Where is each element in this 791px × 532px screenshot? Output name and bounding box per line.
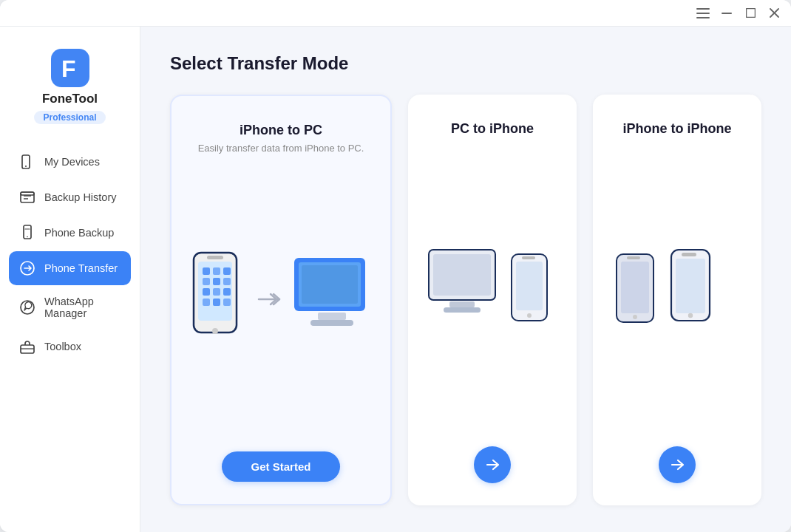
svg-rect-31 <box>223 288 231 296</box>
svg-rect-39 <box>318 313 346 320</box>
svg-rect-4 <box>746 9 755 18</box>
svg-rect-1 <box>696 13 710 14</box>
iphone-to-iphone-card: iPhone to iPhone <box>593 95 761 505</box>
pc-to-iphone-illustration <box>426 150 559 426</box>
svg-rect-25 <box>223 267 231 275</box>
menu-button[interactable] <box>696 7 710 20</box>
svg-rect-51 <box>621 262 649 313</box>
card-action <box>659 446 696 483</box>
iphone-to-iphone-arrow-button[interactable] <box>659 446 696 483</box>
svg-rect-44 <box>449 301 475 307</box>
svg-rect-3 <box>722 13 732 14</box>
card-title: PC to iPhone <box>451 121 534 137</box>
app-body: F FoneTool Professional My Devices <box>0 27 791 532</box>
sidebar-item-backup-history[interactable]: Backup History <box>9 180 131 214</box>
card-title: iPhone to iPhone <box>623 121 732 137</box>
svg-rect-11 <box>21 192 34 202</box>
phone-backup-icon <box>19 225 35 241</box>
close-button[interactable] <box>767 7 781 20</box>
card-action <box>474 446 511 483</box>
svg-point-18 <box>21 301 34 314</box>
card-top: iPhone to iPhone <box>611 121 744 137</box>
card-top: PC to iPhone <box>426 121 559 137</box>
card-subtitle: Easily transfer data from iPhone to PC. <box>198 143 364 154</box>
sidebar-item-toolbox[interactable]: Toolbox <box>9 330 131 364</box>
pc-to-iphone-svg <box>426 244 559 332</box>
transfer-icon <box>19 260 35 276</box>
svg-rect-53 <box>627 256 640 259</box>
svg-rect-36 <box>207 256 223 259</box>
monitor-svg <box>291 255 373 344</box>
svg-rect-27 <box>213 278 220 285</box>
main-content: Select Transfer Mode iPhone to PC Easily… <box>140 27 791 532</box>
sidebar-navigation: My Devices Backup History <box>0 145 140 517</box>
card-action: Get Started <box>222 451 341 482</box>
sidebar-item-label: Phone Backup <box>44 227 114 239</box>
pc-to-iphone-arrow-button[interactable] <box>474 446 511 483</box>
sidebar-item-my-devices[interactable]: My Devices <box>9 145 131 179</box>
svg-text:F: F <box>61 55 76 82</box>
svg-point-48 <box>527 313 532 318</box>
sidebar-item-whatsapp-manager[interactable]: WhatsApp Manager <box>9 287 131 328</box>
whatsapp-icon <box>19 299 35 316</box>
svg-point-10 <box>25 166 27 167</box>
sidebar-logo: F FoneTool Professional <box>0 41 140 145</box>
svg-point-52 <box>633 315 637 319</box>
svg-point-56 <box>688 313 693 317</box>
svg-point-35 <box>212 328 218 334</box>
arrows-icon <box>257 287 284 311</box>
svg-rect-33 <box>213 299 220 306</box>
card-title: iPhone to PC <box>240 123 322 138</box>
svg-rect-57 <box>682 253 696 256</box>
pc-to-iphone-card: PC to iPhone <box>408 95 577 505</box>
iphone-to-pc-illustration <box>189 167 373 431</box>
svg-point-16 <box>27 236 28 238</box>
svg-rect-40 <box>310 320 353 326</box>
sidebar: F FoneTool Professional My Devices <box>0 27 140 532</box>
svg-rect-55 <box>676 259 705 313</box>
app-window: F FoneTool Professional My Devices <box>0 0 791 532</box>
iphone-to-iphone-illustration <box>611 150 744 426</box>
minimize-button[interactable] <box>720 7 733 20</box>
backup-icon <box>19 189 35 205</box>
pro-badge: Professional <box>34 111 105 124</box>
svg-rect-0 <box>696 8 710 10</box>
svg-rect-14 <box>21 192 34 195</box>
sidebar-item-label: Phone Transfer <box>44 262 118 274</box>
sidebar-item-phone-transfer[interactable]: Phone Transfer <box>9 251 131 285</box>
sidebar-item-label: My Devices <box>44 156 100 168</box>
app-logo-icon: F <box>51 49 89 87</box>
svg-rect-34 <box>223 299 231 306</box>
svg-rect-49 <box>522 256 535 259</box>
transfer-mode-cards: iPhone to PC Easily transfer data from i… <box>170 95 761 505</box>
maximize-button[interactable] <box>744 7 757 20</box>
svg-rect-45 <box>444 307 481 313</box>
phone-svg <box>189 251 250 347</box>
svg-rect-24 <box>213 267 220 275</box>
svg-rect-47 <box>516 262 543 310</box>
svg-rect-41 <box>302 265 358 304</box>
card-top: iPhone to PC Easily transfer data from i… <box>189 123 373 154</box>
svg-rect-30 <box>213 288 220 296</box>
device-icon <box>19 154 35 170</box>
sidebar-item-phone-backup[interactable]: Phone Backup <box>9 216 131 250</box>
svg-rect-28 <box>223 278 231 285</box>
svg-rect-32 <box>203 299 210 306</box>
page-title: Select Transfer Mode <box>170 53 761 74</box>
titlebar <box>0 0 791 27</box>
toolbox-icon <box>19 338 35 355</box>
get-started-button[interactable]: Get Started <box>222 451 341 482</box>
sidebar-item-label: WhatsApp Manager <box>44 296 120 319</box>
sidebar-item-label: Toolbox <box>44 341 81 352</box>
iphone-to-pc-card: iPhone to PC Easily transfer data from i… <box>170 95 392 505</box>
svg-rect-2 <box>696 17 710 18</box>
svg-rect-26 <box>203 278 210 285</box>
svg-rect-23 <box>203 267 210 275</box>
svg-rect-43 <box>433 254 491 296</box>
svg-rect-29 <box>203 288 210 296</box>
app-name: FoneTool <box>42 92 98 106</box>
iphone-to-iphone-svg <box>611 244 744 332</box>
sidebar-item-label: Backup History <box>44 191 117 203</box>
